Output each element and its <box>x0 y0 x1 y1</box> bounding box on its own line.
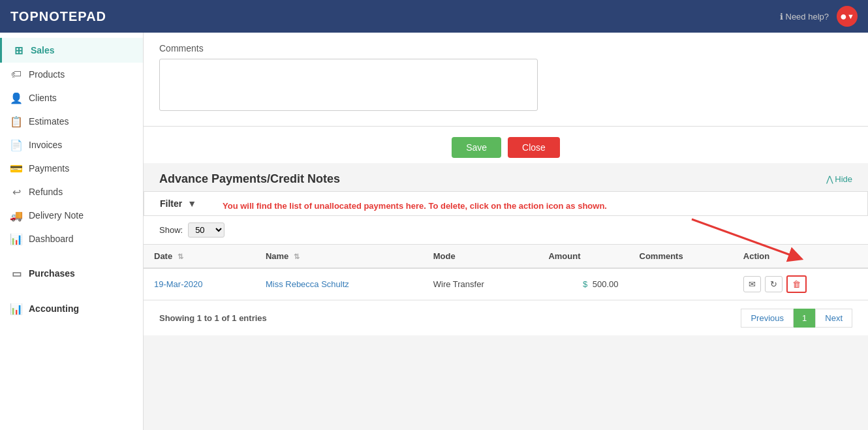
showing-text: Showing 1 to 1 of 1 entries <box>159 313 267 323</box>
help-icon: ℹ <box>780 12 783 22</box>
amount-value: 500.00 <box>593 279 619 289</box>
sidebar-products-label: Products <box>29 69 65 80</box>
col-action: Action <box>733 245 868 269</box>
cell-comments <box>629 268 733 300</box>
advance-payments-section: Advance Payments/Credit Notes ⋀ Hide Fil… <box>144 163 868 346</box>
need-help-label: Need help? <box>786 12 829 22</box>
main-content: Comments Save Close Advance Payments/Cre… <box>144 33 868 430</box>
pagination: Previous 1 Next <box>741 309 852 328</box>
payments-table: Date ⇅ Name ⇅ Mode Amount Comments Actio… <box>144 244 868 300</box>
avatar-icon: ● <box>840 10 847 23</box>
name-sort-icon[interactable]: ⇅ <box>294 253 300 260</box>
showing-total: 1 <box>232 313 236 323</box>
cell-action: ✉ ↻ 🗑 <box>733 268 868 300</box>
col-name: Name ⇅ <box>255 245 423 269</box>
table-wrapper: Date ⇅ Name ⇅ Mode Amount Comments Actio… <box>144 244 868 300</box>
topnav-right: ℹ Need help? ● ▼ <box>780 6 858 27</box>
sidebar: ⊞ Sales 🏷 Products 👤 Clients 📋 Estimates… <box>0 33 144 430</box>
payments-icon: 💳 <box>10 162 22 174</box>
purchases-icon: ▭ <box>10 268 22 279</box>
sales-icon: ⊞ <box>12 44 24 56</box>
comments-label: Comments <box>159 43 852 54</box>
hide-button[interactable]: ⋀ Hide <box>826 174 852 184</box>
sidebar-sales[interactable]: ⊞ Sales <box>0 38 143 63</box>
cell-amount: $ 500.00 <box>538 268 628 300</box>
sidebar-sales-label: Sales <box>31 45 55 55</box>
table-row: 19-Mar-2020 Miss Rebecca Schultz Wire Tr… <box>144 268 868 300</box>
app-logo: TopNotepad <box>10 9 106 24</box>
estimates-icon: 📋 <box>10 115 22 127</box>
sidebar-item-products[interactable]: 🏷 Products <box>0 63 143 86</box>
showing-prefix: Showing <box>159 313 197 323</box>
sidebar-purchases[interactable]: ▭ Purchases <box>0 261 143 286</box>
sidebar-refunds-label: Refunds <box>29 187 63 197</box>
sidebar-item-dashboard[interactable]: 📊 Dashboard <box>0 227 143 251</box>
showing-from: 1 <box>197 313 202 323</box>
show-row: Show: 50 10 25 100 <box>144 216 868 244</box>
filter-area: Filter ▼ You will find the list of unall… <box>144 191 868 216</box>
cell-name: Miss Rebecca Schultz <box>255 268 423 300</box>
email-button[interactable]: ✉ <box>743 276 761 292</box>
showing-suffix: entries <box>239 313 267 323</box>
sidebar-purchases-label: Purchases <box>29 268 75 279</box>
form-buttons: Save Close <box>144 127 868 163</box>
accounting-icon: 📊 <box>10 303 22 315</box>
sidebar-item-clients[interactable]: 👤 Clients <box>0 86 143 110</box>
date-sort-icon[interactable]: ⇅ <box>178 253 183 260</box>
date-link[interactable]: 19-Mar-2020 <box>154 279 202 289</box>
user-avatar[interactable]: ● ▼ <box>837 6 858 27</box>
accounting-section: 📊 Accounting <box>0 291 143 326</box>
invoices-icon: 📄 <box>10 139 22 151</box>
sidebar-estimates-label: Estimates <box>29 116 69 127</box>
filter-icon[interactable]: ▼ <box>187 198 196 209</box>
save-button[interactable]: Save <box>452 137 501 158</box>
sidebar-accounting[interactable]: 📊 Accounting <box>0 296 143 321</box>
comments-textarea[interactable] <box>159 59 538 111</box>
need-help-button[interactable]: ℹ Need help? <box>780 12 829 22</box>
top-navbar: TopNotepad ℹ Need help? ● ▼ <box>0 0 868 33</box>
cell-mode: Wire Transfer <box>423 268 538 300</box>
action-icons: ✉ ↻ 🗑 <box>743 275 858 293</box>
sidebar-item-refunds[interactable]: ↩ Refunds <box>0 180 143 204</box>
delete-button[interactable]: 🗑 <box>786 275 807 293</box>
filter-label: Filter <box>160 198 182 209</box>
show-select[interactable]: 50 10 25 100 <box>188 223 225 238</box>
name-link[interactable]: Miss Rebecca Schultz <box>266 279 349 289</box>
sidebar-accounting-label: Accounting <box>29 303 79 314</box>
sales-section: ⊞ Sales 🏷 Products 👤 Clients 📋 Estimates… <box>0 33 143 256</box>
show-label: Show: <box>159 225 183 235</box>
showing-to: 1 <box>215 313 219 323</box>
sidebar-payments-label: Payments <box>29 163 69 174</box>
current-page: 1 <box>794 309 815 328</box>
previous-button[interactable]: Previous <box>741 309 794 328</box>
cell-date: 19-Mar-2020 <box>144 268 255 300</box>
clients-icon: 👤 <box>10 92 22 104</box>
col-mode: Mode <box>423 245 538 269</box>
table-header-row: Date ⇅ Name ⇅ Mode Amount Comments Actio… <box>144 245 868 269</box>
col-comments: Comments <box>629 245 733 269</box>
showing-to-label: to <box>204 313 215 323</box>
showing-of-label: of <box>221 313 232 323</box>
sidebar-item-payments[interactable]: 💳 Payments <box>0 157 143 180</box>
main-layout: ⊞ Sales 🏷 Products 👤 Clients 📋 Estimates… <box>0 33 868 430</box>
sidebar-clients-label: Clients <box>29 93 57 103</box>
ap-header: Advance Payments/Credit Notes ⋀ Hide <box>144 163 868 191</box>
refresh-button[interactable]: ↻ <box>765 276 783 292</box>
table-container: Filter ▼ You will find the list of unall… <box>144 191 868 335</box>
close-button[interactable]: Close <box>508 137 560 158</box>
sidebar-delivery-note-label: Delivery Note <box>29 210 84 221</box>
sidebar-item-invoices[interactable]: 📄 Invoices <box>0 133 143 157</box>
currency-symbol: $ <box>583 279 587 289</box>
table-footer: Showing 1 to 1 of 1 entries Previous 1 N… <box>144 300 868 335</box>
hide-chevron-icon: ⋀ <box>826 174 833 184</box>
sidebar-invoices-label: Invoices <box>29 140 62 150</box>
refunds-icon: ↩ <box>10 186 22 198</box>
dropdown-arrow: ▼ <box>847 12 854 20</box>
comments-section: Comments <box>144 33 868 127</box>
next-button[interactable]: Next <box>815 309 852 328</box>
sidebar-item-delivery-note[interactable]: 🚚 Delivery Note <box>0 204 143 227</box>
sidebar-item-estimates[interactable]: 📋 Estimates <box>0 110 143 133</box>
purchases-section: ▭ Purchases <box>0 256 143 291</box>
products-icon: 🏷 <box>10 69 22 80</box>
annotation-text: You will find the list of unallocated pa… <box>223 201 679 211</box>
